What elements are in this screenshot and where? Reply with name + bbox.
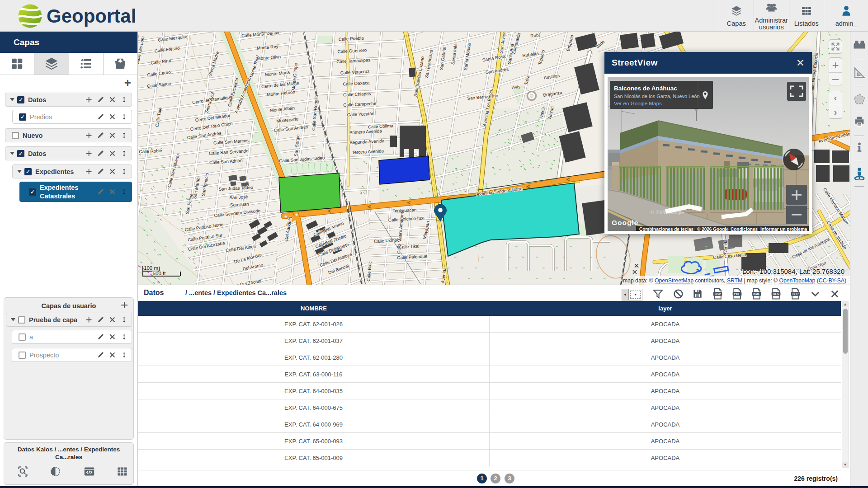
svg-text:500 ft: 500 ft [153,271,166,276]
svg-text:map data: © OpenStreetMap cont: map data: © OpenStreetMap contributors, … [623,277,846,284]
svg-text:San Juan: San Juan [230,202,249,207]
svg-text:Google: Google [612,219,638,226]
svg-text:Ver en Google Maps: Ver en Google Maps [614,100,662,106]
svg-text:© 2025 Google: © 2025 Google [651,210,684,215]
svg-text:Rubí: Rubí [530,33,540,38]
svg-text:Informar un problema: Informar un problema [760,227,807,231]
svg-text:Balcones de Anáhuac: Balcones de Anáhuac [614,85,677,92]
svg-text:KML: KML [753,292,760,296]
svg-text:Condiciones: Condiciones [731,227,758,231]
svg-text:CSV: CSV [715,292,721,296]
svg-text:Lon: -100.315084, Lat: 25.7683: Lon: -100.315084, Lat: 25.768320 [742,267,844,275]
svg-text:SHP: SHP [793,292,799,296]
svg-text:PDF: PDF [734,292,740,296]
svg-text:Avis: Avis [512,84,520,90]
svg-text:San Nicolás de los Garza, Nuev: San Nicolás de los Garza, Nuevo León [614,94,700,99]
svg-text:San José: San José [229,194,248,200]
svg-text:XLS: XLS [773,292,779,296]
svg-text:100 m: 100 m [144,265,158,271]
svg-text:Combinaciones de teclas: Combinaciones de teclas [639,227,693,231]
svg-text:© 2026 Google: © 2026 Google [697,227,729,231]
